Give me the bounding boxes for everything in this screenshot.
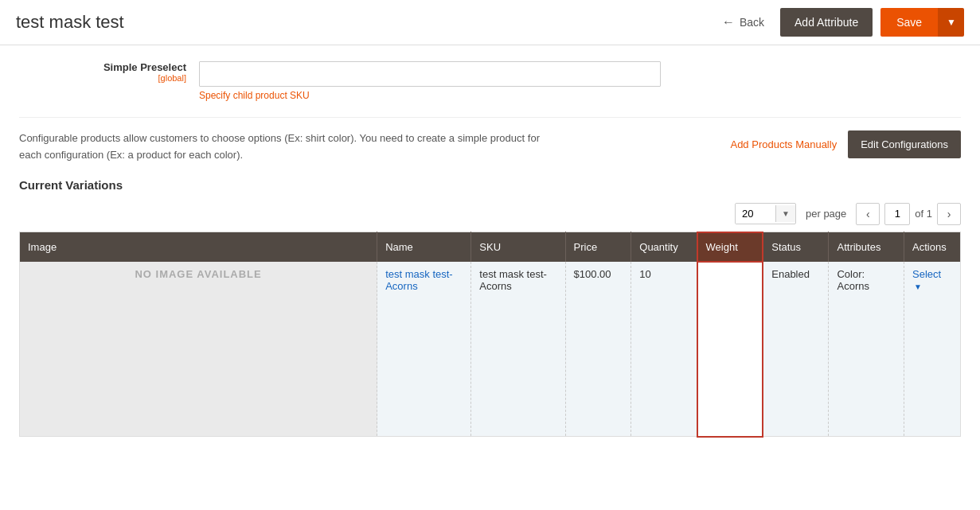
select-dropdown-icon: ▼ [914, 282, 922, 291]
per-page-label: per page [806, 208, 846, 220]
config-actions: Add Products Manually Edit Configuration… [719, 130, 961, 158]
simple-preselect-scope: [global] [67, 73, 186, 83]
per-page-select[interactable]: 20 50 100 [736, 204, 775, 224]
back-button[interactable]: ← Back [714, 10, 772, 34]
no-image-text: NO IMAGE AVAILABLE [28, 268, 369, 304]
config-info-text: Configurable products allow customers to… [19, 130, 545, 164]
product-quantity-cell: 10 [631, 262, 697, 437]
table-row: NO IMAGE AVAILABLE test mask test-Acorns… [20, 262, 961, 437]
col-header-name: Name [377, 232, 471, 262]
next-page-button[interactable]: › [937, 203, 961, 225]
product-actions-cell: Select ▼ [904, 262, 961, 437]
product-sku: test mask test-Acorns [479, 268, 547, 292]
config-info-section: Configurable products allow customers to… [19, 117, 961, 164]
variations-table: Image Name SKU Price Quantity Weight Sta… [19, 232, 961, 438]
col-header-sku: SKU [471, 232, 565, 262]
product-name-cell: test mask test-Acorns [377, 262, 471, 437]
prev-page-button[interactable]: ‹ [856, 203, 880, 225]
product-price-cell: $100.00 [565, 262, 631, 437]
product-select-link[interactable]: Select ▼ [912, 268, 941, 292]
col-header-actions: Actions [904, 232, 961, 262]
save-button[interactable]: Save [880, 8, 938, 37]
back-arrow-icon: ← [722, 15, 735, 29]
per-page-dropdown-button[interactable]: ▼ [775, 205, 795, 222]
section-title: Current Variations [19, 178, 961, 192]
simple-preselect-input[interactable] [199, 61, 661, 87]
product-price: $100.00 [574, 268, 611, 280]
add-attribute-button[interactable]: Add Attribute [780, 8, 873, 37]
save-button-group: Save ▼ [880, 8, 964, 37]
col-header-image: Image [20, 232, 377, 262]
page-header: test mask test ← Back Add Attribute Save… [0, 0, 980, 45]
page-of-label: of 1 [915, 208, 932, 220]
product-status: Enabled [771, 268, 810, 280]
edit-configurations-button[interactable]: Edit Configurations [848, 130, 961, 158]
simple-preselect-label: Simple Preselect [67, 61, 186, 73]
simple-preselect-label-group: Simple Preselect [global] [67, 61, 186, 83]
simple-preselect-field-group: Specify child product SKU [199, 61, 661, 101]
add-products-manually-button[interactable]: Add Products Manually [719, 132, 848, 157]
table-body: NO IMAGE AVAILABLE test mask test-Acorns… [20, 262, 961, 437]
product-name-link[interactable]: test mask test-Acorns [385, 268, 453, 292]
pagination-bar: 20 50 100 ▼ per page ‹ of 1 › [19, 203, 961, 225]
product-sku-cell: test mask test-Acorns [471, 262, 565, 437]
product-attributes: Color: Acorns [837, 268, 869, 292]
col-header-status: Status [763, 232, 829, 262]
product-quantity: 10 [639, 268, 650, 280]
product-image-cell: NO IMAGE AVAILABLE [20, 262, 377, 437]
col-header-quantity: Quantity [631, 232, 697, 262]
table-header: Image Name SKU Price Quantity Weight Sta… [20, 232, 961, 262]
product-status-cell: Enabled [763, 262, 829, 437]
save-dropdown-button[interactable]: ▼ [938, 8, 964, 37]
col-header-price: Price [565, 232, 631, 262]
simple-preselect-hint: Specify child product SKU [199, 90, 661, 101]
product-attributes-cell: Color: Acorns [829, 262, 904, 437]
page-number-input[interactable] [884, 203, 910, 225]
page-content: Simple Preselect [global] Specify child … [0, 45, 980, 454]
col-header-weight: Weight [697, 232, 763, 262]
header-actions: ← Back Add Attribute Save ▼ [714, 8, 964, 37]
per-page-select-wrapper[interactable]: 20 50 100 ▼ [735, 203, 796, 224]
simple-preselect-row: Simple Preselect [global] Specify child … [19, 61, 961, 101]
product-weight-cell [697, 262, 763, 437]
back-label: Back [740, 16, 764, 29]
table-header-row: Image Name SKU Price Quantity Weight Sta… [20, 232, 961, 262]
col-header-attributes: Attributes [829, 232, 904, 262]
page-title: test mask test [16, 12, 124, 33]
